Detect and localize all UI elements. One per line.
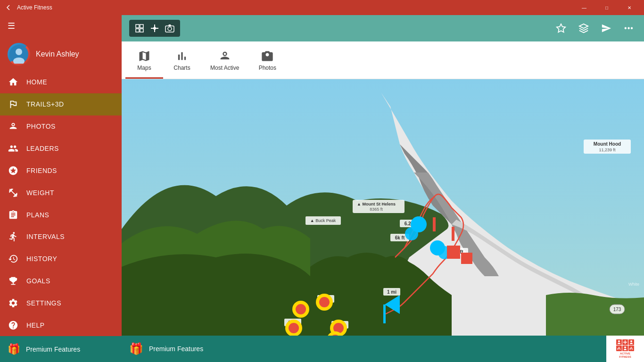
hamburger-menu[interactable]: ☰ [0, 15, 122, 37]
svg-text:173: 173 [613, 307, 621, 312]
weight-icon [8, 187, 19, 198]
sidebar-label-goals: GOALS [26, 277, 50, 285]
svg-rect-4 [140, 25, 143, 28]
af-logo-text: ACTIVEFITNESS [619, 352, 631, 358]
settings-icon [8, 297, 19, 309]
share-button[interactable] [599, 21, 614, 36]
history-icon [8, 253, 19, 264]
favorite-button[interactable] [553, 21, 569, 36]
intervals-icon [8, 231, 19, 242]
sidebar-label-trails3d: TRAILS+3D [26, 100, 64, 108]
sidebar-item-weight[interactable]: WEIGHT [0, 181, 122, 204]
tool-camera-button[interactable] [163, 22, 176, 35]
svg-point-62 [624, 346, 626, 348]
sidebar: ☰ Kevin Ashley Home TRAILS+3D [0, 15, 122, 362]
svg-rect-5 [136, 29, 139, 32]
svg-point-9 [168, 27, 172, 31]
tab-most-active-label: Most Active [210, 65, 239, 71]
tab-most-active[interactable]: Most Active [201, 41, 248, 79]
tool-select-button[interactable] [133, 22, 146, 35]
sidebar-item-photos[interactable]: PHOTOS [0, 115, 122, 138]
sidebar-label-settings: SETTINGS [26, 299, 61, 307]
main-layout: ☰ Kevin Ashley Home TRAILS+3D [0, 15, 644, 362]
sidebar-item-settings[interactable]: SETTINGS [0, 292, 122, 314]
sidebar-item-trails3d[interactable]: TRAILS+3D [0, 93, 122, 115]
hamburger-icon: ☰ [8, 21, 15, 31]
svg-text:8365 ft: 8365 ft [370, 207, 383, 212]
premium-bottom-label: Premium Features [149, 345, 203, 353]
svg-rect-3 [136, 25, 139, 28]
tab-photos-label: Photos [259, 65, 276, 71]
svg-text:1 mi: 1 mi [387, 289, 396, 295]
sidebar-label-intervals: INTERVALS [26, 233, 65, 240]
cube-button[interactable] [576, 21, 591, 36]
premium-gift-icon: 🎁 [129, 342, 143, 355]
leaders-icon [8, 143, 19, 154]
svg-rect-55 [461, 253, 472, 264]
sidebar-item-intervals[interactable]: INTERVALS [0, 226, 122, 248]
minimize-button[interactable]: — [573, 0, 595, 15]
sidebar-label-friends: FRIENDS [26, 167, 57, 174]
close-button[interactable]: ✕ [619, 0, 640, 15]
photos-icon [8, 121, 19, 132]
premium-bar[interactable]: 🎁 Premium Features [0, 336, 122, 362]
back-button[interactable] [4, 3, 13, 12]
svg-point-43 [289, 323, 299, 333]
svg-text:11,239 ft: 11,239 ft [599, 148, 616, 152]
premium-bottom-bar[interactable]: 🎁 Premium Features [122, 336, 644, 362]
svg-rect-57 [452, 227, 454, 241]
tab-charts-label: Charts [173, 65, 190, 71]
window-controls: — □ ✕ [573, 0, 640, 15]
tab-charts[interactable]: Charts [163, 41, 201, 79]
sidebar-item-plans[interactable]: PLANS [0, 204, 122, 226]
sidebar-label-plans: PLANS [26, 211, 49, 219]
sidebar-item-leaders[interactable]: LEADERS [0, 138, 122, 160]
app-title: Active Fitness [17, 4, 573, 11]
tool-pan-button[interactable] [148, 22, 161, 35]
user-section: Kevin Ashley [0, 37, 122, 71]
sidebar-label-history: HISTORY [26, 255, 57, 263]
svg-rect-56 [433, 217, 436, 231]
sidebar-item-help[interactable]: HELP [0, 314, 122, 337]
svg-point-41 [319, 297, 330, 307]
sidebar-item-goals[interactable]: GOALS [0, 270, 122, 292]
sidebar-label-help: HELP [26, 321, 45, 329]
sidebar-item-home[interactable]: Home [0, 71, 122, 93]
svg-text:White: White [628, 282, 639, 287]
titlebar: Active Fitness — □ ✕ [0, 0, 644, 15]
tabs: Maps Charts Most Active Photos [122, 41, 644, 79]
tab-maps[interactable]: Maps [125, 41, 163, 79]
gift-icon: 🎁 [8, 343, 20, 355]
topbar: ••• [122, 15, 644, 41]
map-tools [129, 20, 180, 37]
sidebar-label-home: Home [26, 78, 47, 86]
more-button[interactable]: ••• [621, 21, 636, 36]
svg-point-1 [16, 49, 22, 55]
help-icon [8, 320, 19, 331]
map-area[interactable]: 1 mi 1 mi 1 mi 1 mi 1 mi 6.2K ft 6k ft k… [122, 79, 644, 336]
sidebar-label-weight: WEIGHT [26, 189, 54, 197]
plans-icon [8, 209, 19, 221]
sidebar-item-friends[interactable]: FRIENDS [0, 159, 122, 181]
svg-point-39 [296, 304, 306, 314]
content-area: ••• Maps Charts Most Active Photos [122, 15, 644, 362]
sidebar-label-leaders: LEADERS [26, 145, 59, 152]
tab-photos[interactable]: Photos [248, 41, 286, 79]
restore-button[interactable]: □ [596, 0, 618, 15]
username: Kevin Ashley [36, 50, 79, 58]
svg-rect-49 [383, 304, 386, 323]
svg-point-7 [153, 27, 156, 30]
svg-point-51 [405, 227, 418, 240]
tab-maps-label: Maps [137, 65, 151, 71]
svg-text:▲ Buck Peak: ▲ Buck Peak [310, 218, 336, 223]
goals-icon [8, 275, 19, 287]
svg-text:▲ Mount St Helens: ▲ Mount St Helens [357, 202, 396, 206]
svg-text:Mount Hood: Mount Hood [594, 141, 621, 147]
avatar [8, 43, 30, 66]
premium-label: Premium Features [26, 346, 80, 353]
home-icon [8, 76, 19, 88]
svg-rect-6 [140, 29, 143, 32]
topbar-actions: ••• [553, 21, 636, 36]
sidebar-item-history[interactable]: HISTORY [0, 248, 122, 270]
svg-rect-54 [447, 246, 460, 259]
